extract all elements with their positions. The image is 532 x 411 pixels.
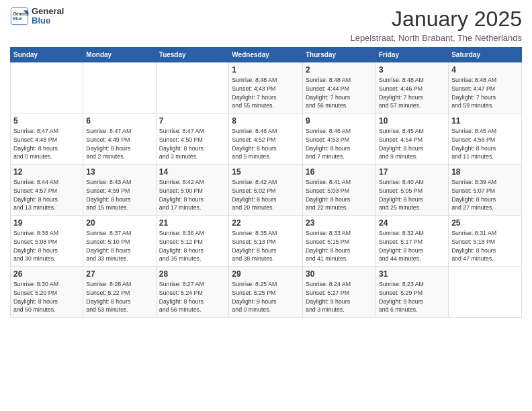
day-info: Sunrise: 8:44 AM Sunset: 4:57 PM Dayligh… — [13, 178, 80, 212]
day-info: Sunrise: 8:36 AM Sunset: 5:12 PM Dayligh… — [159, 229, 226, 263]
day-number: 9 — [306, 116, 373, 126]
day-info: Sunrise: 8:45 AM Sunset: 4:54 PM Dayligh… — [379, 127, 445, 161]
day-cell — [11, 62, 83, 113]
day-info: Sunrise: 8:23 AM Sunset: 5:29 PM Dayligh… — [379, 280, 445, 314]
day-cell: 19Sunrise: 8:38 AM Sunset: 5:08 PM Dayli… — [11, 216, 83, 267]
day-cell: 10Sunrise: 8:45 AM Sunset: 4:54 PM Dayli… — [375, 113, 448, 165]
col-header-friday: Friday — [375, 48, 448, 62]
day-info: Sunrise: 8:46 AM Sunset: 4:53 PM Dayligh… — [306, 127, 373, 161]
day-info: Sunrise: 8:24 AM Sunset: 5:27 PM Dayligh… — [306, 280, 373, 314]
day-number: 3 — [379, 65, 445, 75]
day-info: Sunrise: 8:48 AM Sunset: 4:44 PM Dayligh… — [306, 76, 373, 110]
day-cell: 30Sunrise: 8:24 AM Sunset: 5:27 PM Dayli… — [303, 267, 376, 318]
col-header-sunday: Sunday — [11, 48, 83, 62]
day-cell: 27Sunrise: 8:28 AM Sunset: 5:22 PM Dayli… — [83, 267, 156, 318]
day-info: Sunrise: 8:33 AM Sunset: 5:15 PM Dayligh… — [306, 229, 373, 263]
day-cell: 5Sunrise: 8:47 AM Sunset: 4:48 PM Daylig… — [11, 113, 83, 165]
day-number: 11 — [451, 116, 519, 126]
day-number: 20 — [86, 218, 152, 228]
day-info: Sunrise: 8:25 AM Sunset: 5:25 PM Dayligh… — [232, 280, 300, 314]
page: General Blue General Blue January 2025 L… — [0, 0, 532, 411]
location: Lepelstraat, North Brabant, The Netherla… — [350, 33, 522, 43]
day-cell: 20Sunrise: 8:37 AM Sunset: 5:10 PM Dayli… — [83, 216, 156, 267]
logo-blue-text: Blue — [32, 16, 64, 26]
day-cell: 22Sunrise: 8:35 AM Sunset: 5:13 PM Dayli… — [229, 216, 303, 267]
day-number: 13 — [86, 167, 152, 177]
day-number: 17 — [379, 167, 445, 177]
header: General Blue General Blue January 2025 L… — [10, 7, 522, 43]
day-info: Sunrise: 8:48 AM Sunset: 4:43 PM Dayligh… — [232, 76, 300, 110]
col-header-saturday: Saturday — [449, 48, 522, 62]
day-number: 25 — [451, 218, 519, 228]
svg-text:Blue: Blue — [13, 17, 22, 21]
day-info: Sunrise: 8:28 AM Sunset: 5:22 PM Dayligh… — [86, 280, 152, 314]
day-info: Sunrise: 8:35 AM Sunset: 5:13 PM Dayligh… — [232, 229, 300, 263]
day-number: 30 — [306, 269, 373, 279]
day-info: Sunrise: 8:47 AM Sunset: 4:48 PM Dayligh… — [13, 127, 80, 161]
day-info: Sunrise: 8:46 AM Sunset: 4:52 PM Dayligh… — [232, 127, 300, 161]
day-cell: 14Sunrise: 8:42 AM Sunset: 5:00 PM Dayli… — [156, 165, 229, 216]
day-number: 12 — [13, 167, 80, 177]
day-cell: 4Sunrise: 8:48 AM Sunset: 4:47 PM Daylig… — [449, 62, 522, 113]
day-number: 2 — [306, 65, 373, 75]
day-info: Sunrise: 8:39 AM Sunset: 5:07 PM Dayligh… — [451, 178, 519, 212]
day-info: Sunrise: 8:48 AM Sunset: 4:47 PM Dayligh… — [451, 76, 519, 110]
logo-text: General Blue — [32, 7, 64, 26]
day-cell: 31Sunrise: 8:23 AM Sunset: 5:29 PM Dayli… — [375, 267, 448, 318]
day-cell: 15Sunrise: 8:42 AM Sunset: 5:02 PM Dayli… — [229, 165, 303, 216]
week-row-3: 19Sunrise: 8:38 AM Sunset: 5:08 PM Dayli… — [11, 216, 522, 267]
day-info: Sunrise: 8:41 AM Sunset: 5:03 PM Dayligh… — [306, 178, 373, 212]
day-cell: 23Sunrise: 8:33 AM Sunset: 5:15 PM Dayli… — [303, 216, 376, 267]
day-cell: 24Sunrise: 8:32 AM Sunset: 5:17 PM Dayli… — [375, 216, 448, 267]
day-cell: 11Sunrise: 8:45 AM Sunset: 4:56 PM Dayli… — [449, 113, 522, 165]
day-info: Sunrise: 8:40 AM Sunset: 5:05 PM Dayligh… — [379, 178, 445, 212]
month-title: January 2025 — [350, 7, 522, 32]
logo: General Blue General Blue — [10, 7, 64, 26]
day-info: Sunrise: 8:30 AM Sunset: 5:20 PM Dayligh… — [13, 280, 80, 314]
day-number: 7 — [159, 116, 226, 126]
day-number: 4 — [451, 65, 519, 75]
day-cell: 26Sunrise: 8:30 AM Sunset: 5:20 PM Dayli… — [11, 267, 83, 318]
day-number: 10 — [379, 116, 445, 126]
day-info: Sunrise: 8:47 AM Sunset: 4:49 PM Dayligh… — [86, 127, 152, 161]
day-number: 1 — [232, 65, 300, 75]
day-cell: 1Sunrise: 8:48 AM Sunset: 4:43 PM Daylig… — [229, 62, 303, 113]
day-number: 16 — [306, 167, 373, 177]
day-cell: 8Sunrise: 8:46 AM Sunset: 4:52 PM Daylig… — [229, 113, 303, 165]
day-number: 26 — [13, 269, 80, 279]
day-cell: 17Sunrise: 8:40 AM Sunset: 5:05 PM Dayli… — [375, 165, 448, 216]
day-info: Sunrise: 8:42 AM Sunset: 5:02 PM Dayligh… — [232, 178, 300, 212]
day-cell: 7Sunrise: 8:47 AM Sunset: 4:50 PM Daylig… — [156, 113, 229, 165]
day-number: 14 — [159, 167, 226, 177]
week-row-4: 26Sunrise: 8:30 AM Sunset: 5:20 PM Dayli… — [11, 267, 522, 318]
day-info: Sunrise: 8:48 AM Sunset: 4:46 PM Dayligh… — [379, 76, 445, 110]
day-info: Sunrise: 8:31 AM Sunset: 5:18 PM Dayligh… — [451, 229, 519, 263]
day-number: 6 — [86, 116, 152, 126]
day-number: 15 — [232, 167, 300, 177]
col-header-thursday: Thursday — [303, 48, 376, 62]
day-cell — [156, 62, 229, 113]
day-number: 8 — [232, 116, 300, 126]
week-row-1: 5Sunrise: 8:47 AM Sunset: 4:48 PM Daylig… — [11, 113, 522, 165]
day-cell: 9Sunrise: 8:46 AM Sunset: 4:53 PM Daylig… — [303, 113, 376, 165]
day-cell: 18Sunrise: 8:39 AM Sunset: 5:07 PM Dayli… — [449, 165, 522, 216]
day-number: 31 — [379, 269, 445, 279]
day-info: Sunrise: 8:42 AM Sunset: 5:00 PM Dayligh… — [159, 178, 226, 212]
day-cell: 16Sunrise: 8:41 AM Sunset: 5:03 PM Dayli… — [303, 165, 376, 216]
day-number: 21 — [159, 218, 226, 228]
day-number: 29 — [232, 269, 300, 279]
day-number: 27 — [86, 269, 152, 279]
day-cell: 29Sunrise: 8:25 AM Sunset: 5:25 PM Dayli… — [229, 267, 303, 318]
calendar-table: SundayMondayTuesdayWednesdayThursdayFrid… — [10, 47, 522, 318]
col-header-wednesday: Wednesday — [229, 48, 303, 62]
day-number: 23 — [306, 218, 373, 228]
day-info: Sunrise: 8:43 AM Sunset: 4:59 PM Dayligh… — [86, 178, 152, 212]
day-cell: 6Sunrise: 8:47 AM Sunset: 4:49 PM Daylig… — [83, 113, 156, 165]
header-row: SundayMondayTuesdayWednesdayThursdayFrid… — [11, 48, 522, 62]
day-cell: 13Sunrise: 8:43 AM Sunset: 4:59 PM Dayli… — [83, 165, 156, 216]
day-cell: 25Sunrise: 8:31 AM Sunset: 5:18 PM Dayli… — [449, 216, 522, 267]
logo-icon: General Blue — [10, 7, 29, 26]
week-row-0: 1Sunrise: 8:48 AM Sunset: 4:43 PM Daylig… — [11, 62, 522, 113]
col-header-monday: Monday — [83, 48, 156, 62]
day-number: 5 — [13, 116, 80, 126]
